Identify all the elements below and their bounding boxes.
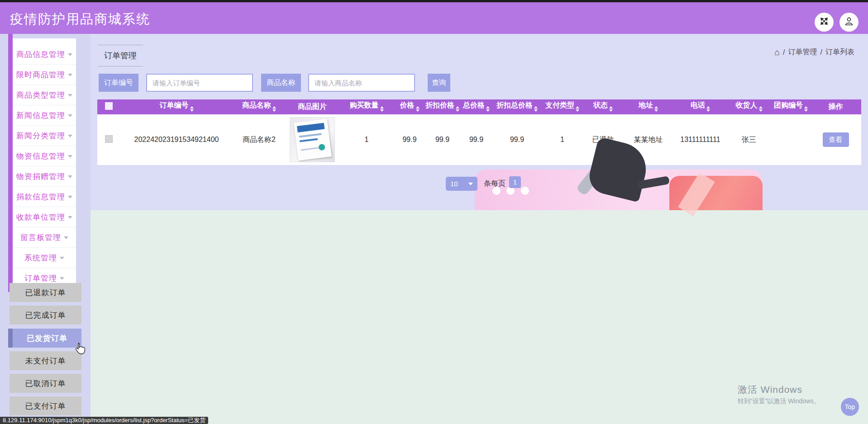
illustration-dot <box>521 187 529 195</box>
sidebar-item-goods-info[interactable]: 商品信息管理 <box>13 44 76 65</box>
order-no-input[interactable] <box>146 74 253 92</box>
sidebar-item-unpaid-orders[interactable]: 未支付订单 <box>10 351 81 370</box>
cell-discount-total-price: 99.9 <box>493 114 541 165</box>
user-icon <box>844 16 854 28</box>
chevron-down-icon <box>68 94 72 99</box>
sort-icon <box>416 104 420 113</box>
page-size-select[interactable]: 10 <box>446 177 477 191</box>
col-quantity[interactable]: 购买数量 <box>339 99 394 114</box>
sort-icon <box>380 104 384 113</box>
cell-quantity: 1 <box>339 114 394 165</box>
sort-icon <box>609 104 613 113</box>
page-number-button[interactable]: 1 <box>509 176 521 188</box>
col-product-name[interactable]: 商品名称 <box>233 99 285 114</box>
product-photo[interactable] <box>290 117 335 162</box>
breadcrumb-item-order-management[interactable]: 订单管理 <box>788 47 817 57</box>
home-icon[interactable]: ⌂ <box>775 48 780 57</box>
sidebar-item-donation-info[interactable]: 捐款信息管理 <box>13 187 76 207</box>
sidebar-item-system[interactable]: 系统管理 <box>13 248 76 268</box>
col-pay-type[interactable]: 支付类型 <box>541 99 584 114</box>
windows-activation-watermark: 激活 Windows 转到“设置”以激活 Windows。 <box>738 383 820 405</box>
chevron-down-icon <box>68 175 72 180</box>
back-to-top-button[interactable]: Top <box>841 398 859 416</box>
cell-price: 99.9 <box>394 114 425 165</box>
col-address[interactable]: 地址 <box>622 99 674 114</box>
select-all-checkbox-cell <box>97 99 120 114</box>
chevron-down-icon <box>60 277 64 282</box>
product-name-input[interactable] <box>308 74 415 92</box>
sidebar-accent-strip <box>8 34 13 292</box>
sidebar-item-paid-orders[interactable]: 已支付订单 <box>10 396 81 415</box>
sort-icon <box>804 104 808 113</box>
sidebar-item-completed-orders[interactable]: 已完成订单 <box>10 306 81 325</box>
col-status[interactable]: 状态 <box>584 99 622 114</box>
cell-actions: 查看 <box>810 114 861 165</box>
sidebar-item-cancelled-orders[interactable]: 已取消订单 <box>10 374 81 393</box>
breadcrumb-separator: / <box>820 48 822 57</box>
cell-total-price: 99.9 <box>459 114 493 165</box>
sidebar-item-payee-unit[interactable]: 收款单位管理 <box>13 207 76 227</box>
col-discount-total-price[interactable]: 折扣总价格 <box>493 99 541 114</box>
orders-table: 订单编号 商品名称 商品图片 购买数量 价格 折扣价格 总价格 折扣总价格 支付… <box>97 99 861 165</box>
col-consignee[interactable]: 收货人 <box>726 99 772 114</box>
sort-icon <box>456 104 459 113</box>
sort-icon <box>486 104 490 113</box>
order-no-label: 订单编号 <box>99 74 138 92</box>
breadcrumb-item-order-list[interactable]: 订单列表 <box>825 47 854 57</box>
col-price[interactable]: 价格 <box>394 99 425 114</box>
chevron-down-icon <box>68 114 72 119</box>
search-button[interactable]: 查询 <box>428 74 450 92</box>
col-product-image: 商品图片 <box>285 99 339 114</box>
pagination: 10 条每页 1 <box>446 177 521 191</box>
row-checkbox[interactable] <box>105 135 113 143</box>
sort-icon <box>576 104 579 113</box>
tab-order-management[interactable]: 订单管理 <box>98 45 143 66</box>
sidebar-item-goods-type[interactable]: 商品类型管理 <box>13 85 76 105</box>
breadcrumb: ⌂ / 订单管理 / 订单列表 <box>775 47 854 57</box>
mouse-cursor <box>74 342 86 358</box>
col-group-no[interactable]: 团购编号 <box>772 99 810 114</box>
chevron-down-icon <box>64 236 68 241</box>
user-profile-button[interactable] <box>839 13 858 32</box>
sidebar-item-news-info[interactable]: 新闻信息管理 <box>13 105 76 126</box>
fullscreen-icon <box>820 17 829 28</box>
browser-status-bar: 8.129.11.174:9010/jspm1q3k0/jsp/modules/… <box>0 417 208 424</box>
chevron-down-icon <box>68 135 72 140</box>
sidebar-item-shipped-orders[interactable]: 已发货订单 <box>8 329 81 348</box>
product-name-label: 商品名称 <box>261 74 301 92</box>
breadcrumb-separator: / <box>783 48 785 57</box>
cell-discount-price: 99.9 <box>425 114 459 165</box>
chevron-down-icon <box>68 74 72 79</box>
table-row: 202242023191534921400 商品名称2 1 99.9 99.9 … <box>97 114 861 165</box>
sidebar-item-supplies-donation[interactable]: 物资捐赠管理 <box>13 166 76 187</box>
table-header-row: 订单编号 商品名称 商品图片 购买数量 价格 折扣价格 总价格 折扣总价格 支付… <box>97 99 861 114</box>
chevron-down-icon <box>68 53 72 58</box>
col-order-no[interactable]: 订单编号 <box>120 99 233 114</box>
sidebar-menu: 商品信息管理 限时商品管理 商品类型管理 新闻信息管理 新闻分类管理 物资信息管… <box>13 38 76 288</box>
chevron-down-icon <box>68 196 72 201</box>
cell-order-no: 202242023191534921400 <box>120 114 233 165</box>
sort-icon <box>654 104 658 113</box>
cell-product-image <box>285 114 339 165</box>
sidebar-item-news-category[interactable]: 新闻分类管理 <box>13 126 76 146</box>
chevron-down-icon <box>468 183 473 188</box>
sort-icon <box>759 104 763 113</box>
col-actions: 操作 <box>810 99 861 114</box>
chevron-down-icon <box>68 155 72 160</box>
sort-icon <box>534 104 538 113</box>
sidebar-item-refunded-orders[interactable]: 已退款订单 <box>10 283 81 302</box>
sidebar-item-limited-goods[interactable]: 限时商品管理 <box>13 65 76 85</box>
browser-top-strip <box>0 0 868 2</box>
select-all-checkbox[interactable] <box>105 102 113 110</box>
per-page-label: 条每页 <box>484 179 506 188</box>
view-button[interactable]: 查看 <box>823 132 849 147</box>
search-bar: 订单编号 商品名称 查询 <box>99 74 450 92</box>
fullscreen-button[interactable] <box>815 13 834 32</box>
sort-icon <box>706 104 710 113</box>
sidebar-item-message-board[interactable]: 留言板管理 <box>13 227 76 248</box>
col-discount-price[interactable]: 折扣价格 <box>425 99 459 114</box>
col-phone[interactable]: 电话 <box>674 99 726 114</box>
col-total-price[interactable]: 总价格 <box>459 99 493 114</box>
cell-pay-type: 1 <box>541 114 584 165</box>
sidebar-item-supplies-info[interactable]: 物资信息管理 <box>13 146 76 166</box>
